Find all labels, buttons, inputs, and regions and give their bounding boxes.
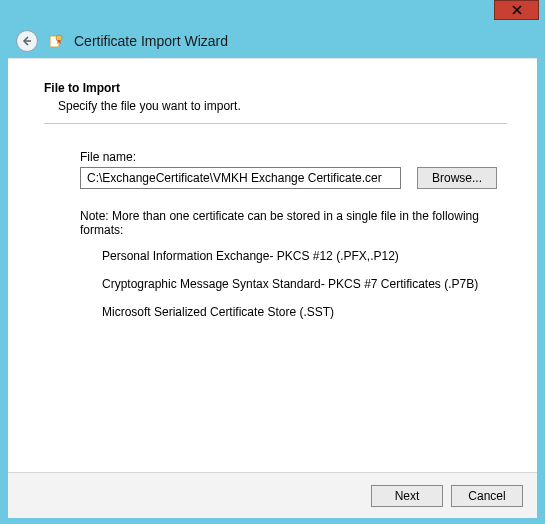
window-title: Certificate Import Wizard (74, 33, 228, 49)
cancel-button[interactable]: Cancel (451, 485, 523, 507)
file-name-input[interactable] (80, 167, 401, 189)
close-icon (512, 5, 522, 15)
format-item: Cryptographic Message Syntax Standard- P… (102, 277, 497, 291)
titlebar: Certificate Import Wizard (0, 0, 545, 56)
note-text: Note: More than one certificate can be s… (80, 209, 497, 237)
footer: Next Cancel (8, 472, 537, 518)
wizard-window: Certificate Import Wizard File to Import… (0, 0, 545, 524)
back-arrow-icon (21, 35, 33, 47)
divider (44, 123, 507, 124)
format-item: Microsoft Serialized Certificate Store (… (102, 305, 497, 319)
content-panel: File to Import Specify the file you want… (8, 58, 537, 518)
section-heading: File to Import (44, 81, 507, 95)
format-list: Personal Information Exchange- PKCS #12 … (102, 249, 497, 319)
next-button[interactable]: Next (371, 485, 443, 507)
file-name-label: File name: (80, 150, 497, 164)
section-subtext: Specify the file you want to import. (58, 99, 507, 113)
format-item: Personal Information Exchange- PKCS #12 … (102, 249, 497, 263)
browse-button[interactable]: Browse... (417, 167, 497, 189)
certificate-wizard-icon (48, 33, 64, 49)
close-button[interactable] (494, 0, 539, 20)
back-button[interactable] (16, 30, 38, 52)
